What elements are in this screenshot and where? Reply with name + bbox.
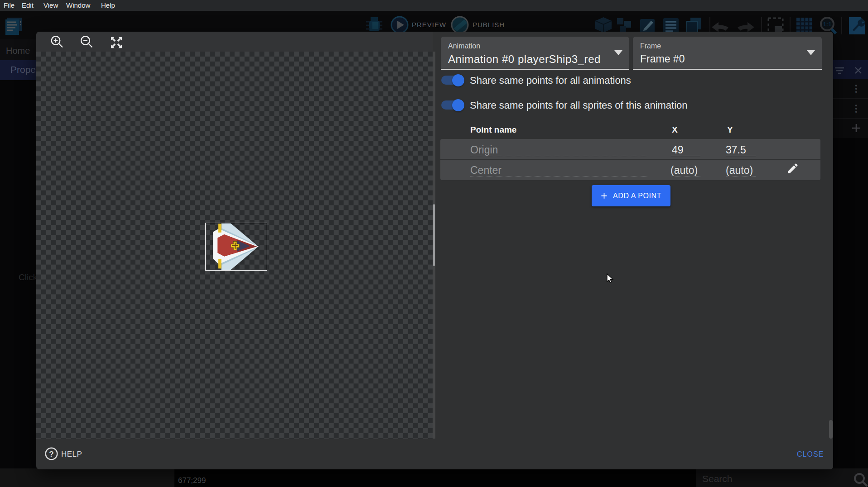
svg-text:?: ? (49, 450, 53, 458)
svg-text:1:1: 1:1 (823, 21, 832, 28)
